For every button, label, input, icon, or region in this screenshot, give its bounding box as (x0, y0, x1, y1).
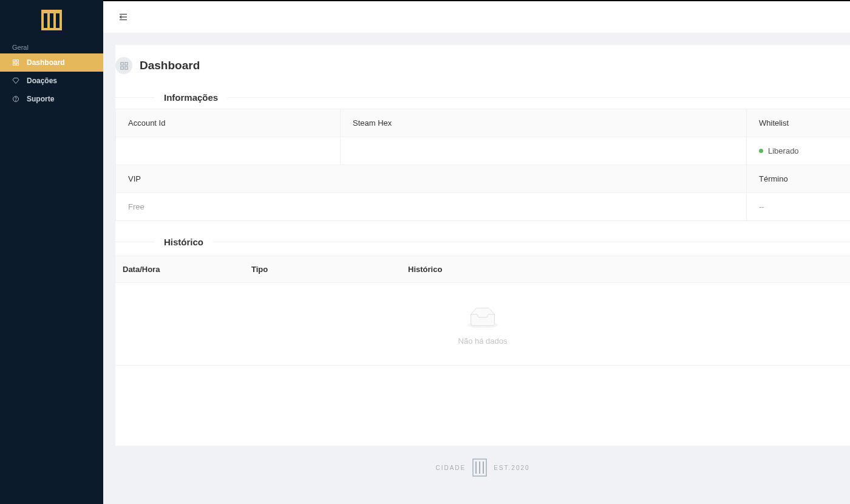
question-icon (12, 95, 19, 103)
info-value-steam-hex (341, 137, 747, 165)
section-title-historico: Histórico (115, 230, 850, 253)
page-title-row: Dashboard (115, 57, 850, 85)
footer-brand-mark (472, 458, 488, 477)
grid-icon (120, 61, 129, 70)
card: Dashboard Informações Account Id Steam H… (115, 45, 850, 446)
svg-rect-14 (120, 62, 123, 64)
svg-rect-6 (16, 60, 19, 63)
info-header-row-2: VIP Término (116, 165, 850, 193)
info-value-account-id (116, 137, 341, 165)
section-title-label: Informações (164, 92, 218, 103)
footer-brand: CIDADE EST.2020 (435, 458, 529, 477)
svg-rect-2 (50, 12, 53, 28)
brand-logo (39, 7, 64, 33)
section-title-label: Histórico (164, 237, 203, 247)
footer-logo-icon (472, 458, 488, 477)
page-title: Dashboard (140, 59, 200, 72)
svg-rect-1 (44, 12, 47, 28)
sidebar-item-label: Suporte (27, 95, 54, 103)
status-dot-icon (759, 149, 763, 153)
info-label-account-id: Account Id (116, 109, 341, 137)
sidebar-item-label: Dashboard (27, 58, 65, 67)
info-header-row-1: Account Id Steam Hex Whitelist (116, 109, 850, 137)
menu-fold-icon (118, 12, 129, 22)
info-label-termino: Término (747, 165, 850, 193)
svg-rect-4 (41, 10, 62, 13)
svg-point-10 (16, 100, 16, 101)
info-value-vip: Free (116, 193, 747, 221)
info-value-row-2: Free -- (116, 193, 850, 221)
svg-rect-15 (124, 62, 127, 64)
svg-rect-7 (13, 63, 16, 66)
section-title-informacoes: Informações (115, 85, 850, 109)
historico-col-tipo: Tipo (244, 256, 401, 282)
svg-rect-5 (13, 60, 16, 63)
svg-rect-16 (120, 66, 123, 69)
sidebar-item-dashboard[interactable]: Dashboard (0, 53, 103, 72)
historico-col-datahora: Data/Hora (115, 256, 244, 282)
info-table: Account Id Steam Hex Whitelist Liberado … (115, 109, 850, 221)
info-value-termino: -- (747, 193, 850, 221)
historico-header-row: Data/Hora Tipo Histórico (115, 256, 850, 283)
content: Dashboard Informações Account Id Steam H… (103, 33, 850, 504)
info-value-row-1: Liberado (116, 137, 850, 165)
svg-rect-8 (16, 63, 19, 66)
historico-table: Data/Hora Tipo Histórico (115, 256, 850, 366)
sidebar-item-doacoes[interactable]: Doações (0, 72, 103, 90)
historico-empty-state: Não há dados (115, 283, 850, 366)
logo-wrap (0, 0, 103, 40)
sidebar-item-label: Doações (27, 77, 57, 85)
topbar (103, 0, 850, 33)
page-title-icon-wrap (115, 57, 132, 74)
whitelist-status-text: Liberado (768, 146, 799, 155)
footer: CIDADE EST.2020 (115, 446, 850, 488)
info-label-vip: VIP (116, 165, 747, 193)
empty-inbox-icon (466, 306, 499, 330)
menu-toggle-button[interactable] (118, 12, 129, 22)
main: Dashboard Informações Account Id Steam H… (103, 0, 850, 504)
dashboard-icon (12, 59, 19, 66)
info-value-whitelist: Liberado (747, 137, 850, 165)
svg-rect-17 (124, 66, 127, 69)
info-label-whitelist: Whitelist (747, 109, 850, 137)
empty-text: Não há dados (458, 336, 508, 346)
brand-logo-icon (39, 7, 64, 33)
footer-brand-right: EST.2020 (494, 465, 529, 471)
footer-brand-left: CIDADE (435, 465, 466, 471)
diamond-icon (12, 77, 19, 84)
sidebar-section-label: Geral (0, 40, 103, 53)
sidebar-item-suporte[interactable]: Suporte (0, 90, 103, 108)
info-label-steam-hex: Steam Hex (341, 109, 747, 137)
svg-rect-3 (56, 12, 59, 28)
historico-col-historico: Histórico (401, 256, 850, 282)
sidebar: Geral Dashboard Doações Suporte (0, 0, 103, 504)
